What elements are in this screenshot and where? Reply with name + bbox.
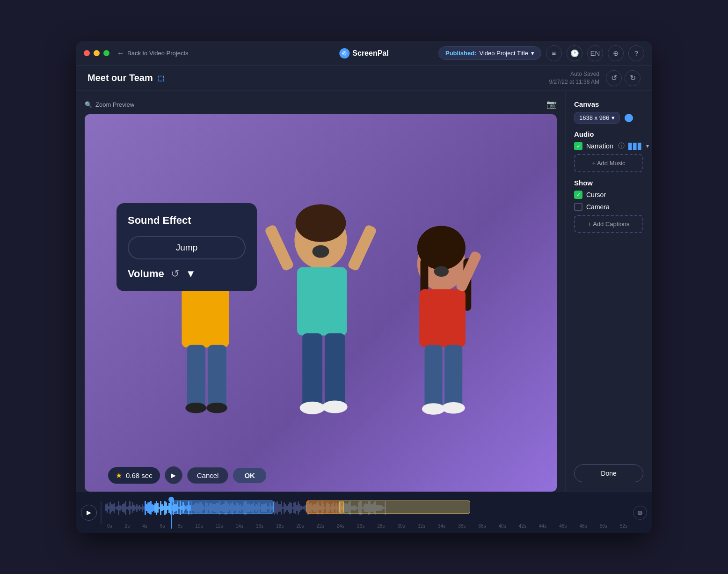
time-badge: ★ 0.68 sec <box>108 467 160 484</box>
volume-down-icon[interactable]: ▼ <box>186 268 196 280</box>
svg-rect-24 <box>444 345 462 408</box>
audio-section-title: Audio <box>574 130 643 138</box>
canvas-size-row: 1638 x 986 ▾ <box>574 112 643 124</box>
app-logo: ◎ ScreenPal <box>339 48 388 59</box>
svg-rect-11 <box>264 224 294 272</box>
cancel-button[interactable]: Cancel <box>187 467 229 484</box>
timeline-separator <box>101 501 102 524</box>
add-music-button[interactable]: + Add Music <box>574 154 643 172</box>
fullscreen-button[interactable] <box>103 50 109 56</box>
done-button[interactable]: Done <box>574 464 643 482</box>
sound-effect-popup: Sound Effect Jump Volume ↺ ▼ <box>116 203 257 291</box>
camera-checkbox[interactable] <box>574 203 582 211</box>
main-content: 🔍 Zoom Preview 📷 <box>76 91 652 492</box>
narration-checkbox[interactable]: ✓ <box>574 142 582 150</box>
screenshot-button[interactable]: 📷 <box>546 99 557 110</box>
canvas-color-dot[interactable] <box>625 114 633 122</box>
logo-text: ScreenPal <box>352 49 388 58</box>
canvas-size-button[interactable]: 1638 x 986 ▾ <box>574 112 620 124</box>
back-to-projects-button[interactable]: ← Back to Video Projects <box>117 49 189 58</box>
timeline-track[interactable]: 0s2s4s6s8s10s12s14s16s18s20s22s24s26s28s… <box>105 497 629 529</box>
project-bar: Meet our Team ⬚ Auto Saved 9/27/22 at 11… <box>76 66 652 91</box>
publish-button[interactable]: Published: Video Project Title ▾ <box>438 46 541 60</box>
playhead[interactable] <box>171 497 172 529</box>
undo-button[interactable]: ↺ <box>606 70 622 86</box>
zoom-preview-control[interactable]: 🔍 Zoom Preview <box>85 101 134 108</box>
timeline-segment-tan[interactable] <box>339 500 470 514</box>
svg-point-28 <box>313 245 329 258</box>
add-captions-button[interactable]: + Add Captions <box>574 215 643 233</box>
history-button[interactable]: 🕐 <box>567 45 582 61</box>
project-title-bar: Meet our Team ⬚ <box>87 73 164 83</box>
svg-point-9 <box>296 204 346 242</box>
auto-saved-label: Auto Saved <box>570 71 599 77</box>
svg-rect-10 <box>297 267 347 336</box>
svg-rect-5 <box>208 345 226 408</box>
playhead-dot <box>168 497 174 502</box>
canvas-bottom-controls: ★ 0.68 sec ▶ Cancel OK <box>108 466 266 484</box>
undo-redo-controls: ↺ ↻ <box>606 70 641 86</box>
show-section: Show ✓ Cursor Camera + Add Captions <box>574 179 643 233</box>
timeline-segment-selected[interactable] <box>171 500 274 514</box>
preview-toolbar: 🔍 Zoom Preview 📷 <box>85 99 557 110</box>
narration-chevron-icon[interactable]: ▾ <box>646 143 649 149</box>
svg-rect-14 <box>325 333 345 407</box>
chevron-down-icon: ▾ <box>531 50 534 57</box>
help-button[interactable]: ? <box>628 45 644 61</box>
narration-bars-icon[interactable]: ▊▊▊ <box>628 143 642 150</box>
project-title-dropdown: Video Project Title <box>479 50 528 57</box>
narration-label: Narration <box>586 142 613 150</box>
star-icon: ★ <box>116 471 122 480</box>
svg-rect-13 <box>302 333 322 407</box>
svg-point-29 <box>434 266 449 277</box>
published-label: Published: <box>445 50 476 57</box>
logo-icon: ◎ <box>339 48 349 59</box>
traffic-lights <box>84 50 109 56</box>
cursor-label: Cursor <box>586 191 606 199</box>
timeline-segment-orange[interactable] <box>306 500 344 514</box>
cursor-checkbox[interactable]: ✓ <box>574 191 582 199</box>
timeline-area: ▶ 0s2s4s6s8s10s12s14s16s18s20s22s24s26s2… <box>76 492 652 533</box>
svg-rect-4 <box>187 345 205 408</box>
svg-rect-2 <box>182 285 229 348</box>
title-right-controls: Published: Video Project Title ▾ ≡ 🕐 EN … <box>438 45 644 61</box>
svg-point-16 <box>322 401 348 413</box>
svg-point-25 <box>422 403 445 415</box>
video-illustration <box>85 114 557 492</box>
svg-point-7 <box>206 403 227 413</box>
narration-row: ✓ Narration ⓘ ▊▊▊ ▾ <box>574 142 643 150</box>
svg-rect-12 <box>347 224 378 272</box>
comments-button[interactable]: ≡ <box>546 45 562 61</box>
back-label: Back to Video Projects <box>127 50 189 57</box>
volume-label: Volume <box>128 268 164 280</box>
edit-title-icon[interactable]: ⬚ <box>158 74 164 82</box>
cursor-row: ✓ Cursor <box>574 191 643 199</box>
language-button[interactable]: EN <box>587 45 603 61</box>
title-bar: ← Back to Video Projects ◎ ScreenPal Pub… <box>76 41 652 66</box>
redo-button[interactable]: ↻ <box>625 70 641 86</box>
back-arrow-icon: ← <box>117 49 124 58</box>
minimize-button[interactable] <box>94 50 100 56</box>
timeline-zoom-button[interactable]: ⊕ <box>633 506 647 520</box>
zoom-preview-label: Zoom Preview <box>95 101 134 108</box>
timeline-play-button[interactable]: ▶ <box>81 505 97 521</box>
canvas-section-title: Canvas <box>574 100 643 108</box>
canvas-section: Canvas 1638 x 986 ▾ <box>574 100 643 124</box>
svg-point-15 <box>300 402 325 414</box>
close-button[interactable] <box>84 50 90 56</box>
ok-button[interactable]: OK <box>233 468 266 483</box>
time-label: 0.68 sec <box>126 471 153 479</box>
right-panel: Canvas 1638 x 986 ▾ Audio ✓ Narration ⓘ … <box>565 91 652 492</box>
sound-name-button[interactable]: Jump <box>128 236 246 259</box>
play-preview-button[interactable]: ▶ <box>165 466 182 484</box>
canvas-size-label: 1638 x 986 <box>579 114 609 121</box>
auto-saved-indicator: Auto Saved 9/27/22 at 11:38 AM <box>549 70 599 86</box>
layers-button[interactable]: ⊕ <box>608 45 624 61</box>
show-section-title: Show <box>574 179 643 187</box>
svg-rect-23 <box>424 345 442 408</box>
sound-effect-title: Sound Effect <box>128 214 246 227</box>
narration-info-icon[interactable]: ⓘ <box>618 142 625 150</box>
svg-point-6 <box>185 403 206 413</box>
video-canvas: Sound Effect Jump Volume ↺ ▼ ★ 0.68 sec <box>85 114 557 492</box>
volume-reset-icon[interactable]: ↺ <box>171 268 179 280</box>
